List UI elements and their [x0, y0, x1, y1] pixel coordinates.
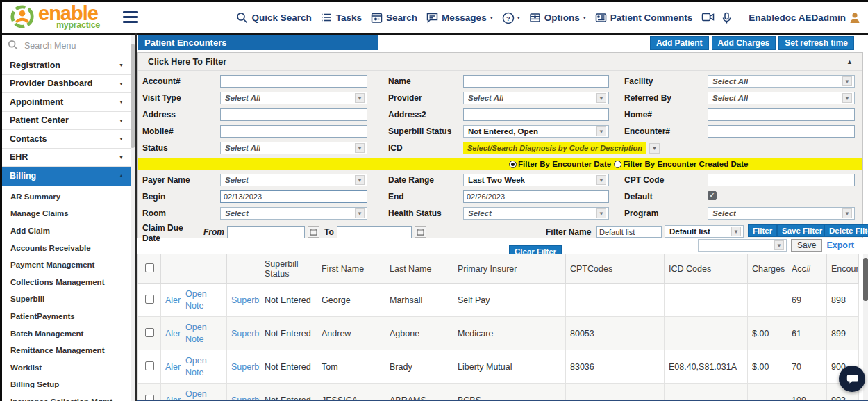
- facility-select[interactable]: Select All▼: [708, 75, 855, 88]
- superbill-link[interactable]: Superbill: [231, 295, 260, 305]
- sidebar-item-patientpayments[interactable]: PatientPayments: [2, 308, 131, 325]
- select-all-checkbox[interactable]: [145, 263, 154, 272]
- address-input[interactable]: [220, 108, 367, 121]
- filter-panel-toggle[interactable]: Click Here To Filter ▲: [138, 53, 862, 71]
- filter-by-encounter-date-radio[interactable]: [509, 161, 517, 168]
- name-input[interactable]: [463, 75, 609, 88]
- begin-date-input[interactable]: [220, 190, 367, 203]
- options-menu[interactable]: Options ▾: [529, 12, 586, 24]
- sidebar-item-provider-dashboard[interactable]: Provider Dashboard▼: [2, 75, 131, 94]
- sidebar-item-worklist[interactable]: Worklist: [2, 359, 131, 376]
- sidebar-item-collections-management[interactable]: Collections Management: [2, 273, 131, 290]
- encounter-cell: 898: [827, 284, 859, 317]
- row-checkbox[interactable]: [145, 328, 154, 337]
- sidebar-item-registration[interactable]: Registration▼: [2, 56, 131, 75]
- chevron-down-icon[interactable]: ▼: [649, 143, 660, 154]
- sidebar-item-add-claim[interactable]: Add Claim: [2, 222, 131, 240]
- set-refresh-time-button[interactable]: Set refresh time: [778, 36, 854, 50]
- payer-name-select[interactable]: Select▼: [220, 174, 367, 186]
- room-select[interactable]: Select▼: [220, 207, 367, 220]
- sidebar-item-payment-management[interactable]: Payment Management: [2, 256, 131, 274]
- sidebar-item-manage-claims[interactable]: Manage Claims: [2, 205, 131, 222]
- provider-select[interactable]: Select All▼: [463, 92, 609, 104]
- row-checkbox[interactable]: [145, 361, 154, 370]
- appointment-search-link[interactable]: Search: [371, 12, 417, 24]
- last-name-header: Last Name: [385, 254, 453, 284]
- export-format-select[interactable]: ▼: [698, 239, 787, 252]
- referred-by-select[interactable]: Select All▼: [708, 92, 855, 104]
- open-note-link[interactable]: Open Note: [185, 322, 207, 343]
- tasks-link[interactable]: Tasks: [321, 12, 362, 24]
- superbill-link[interactable]: Superbill: [231, 362, 260, 372]
- sidebar-scrollbar[interactable]: [131, 33, 135, 401]
- health-status-select[interactable]: Select▼: [463, 207, 609, 220]
- save-button[interactable]: Save: [791, 239, 822, 252]
- chevron-down-icon: ▼: [119, 99, 124, 104]
- account-input[interactable]: [220, 75, 367, 88]
- filter-name-input[interactable]: [596, 226, 662, 238]
- date-range-select[interactable]: Last Two Week▼: [463, 174, 609, 186]
- menu-hamburger-icon[interactable]: [123, 11, 138, 24]
- sidebar-search-input[interactable]: [24, 41, 115, 51]
- alert-link[interactable]: Alert: [165, 295, 181, 305]
- messages-link[interactable]: Messages ▾: [426, 12, 493, 24]
- help-menu[interactable]: ? ▾: [502, 12, 520, 24]
- row-checkbox[interactable]: [145, 295, 154, 304]
- saved-filter-select[interactable]: Default list▼: [665, 225, 744, 238]
- sidebar-item-appointment[interactable]: Appointment▼: [2, 93, 131, 112]
- calendar-icon[interactable]: [415, 226, 426, 238]
- claim-due-to-input[interactable]: [337, 226, 412, 238]
- superbill-link[interactable]: Superbill: [231, 329, 260, 338]
- sidebar-item-ehr[interactable]: EHR▼: [2, 149, 131, 167]
- encounter-input[interactable]: [708, 125, 855, 138]
- add-patient-button[interactable]: Add Patient: [650, 36, 709, 50]
- save-filter-button[interactable]: Save Filter: [777, 224, 827, 237]
- add-charges-button[interactable]: Add Charges: [712, 36, 776, 50]
- program-select[interactable]: Select▼: [708, 207, 855, 220]
- sidebar-item-accounts-receivable[interactable]: Accounts Receivable: [2, 239, 131, 256]
- open-note-link[interactable]: Open Note: [185, 289, 207, 310]
- referred-by-label: Referred By: [609, 93, 708, 103]
- delete-filter-button[interactable]: Delete Filter: [824, 224, 868, 237]
- open-note-link[interactable]: Open Note: [185, 389, 207, 401]
- table-row: Alert Open Note Superbill Not Entered An…: [138, 317, 859, 350]
- filter-by-encounter-created-date-radio[interactable]: [614, 161, 621, 168]
- sidebar-item-ar-summary[interactable]: AR Summary: [2, 188, 131, 206]
- microphone-button[interactable]: [722, 12, 734, 24]
- user-account-menu[interactable]: Enabledoc AEDadmin: [749, 12, 861, 24]
- patient-comments-link[interactable]: Patient Comments: [595, 12, 693, 24]
- status-select[interactable]: Select All▼: [220, 142, 367, 154]
- superbill-link[interactable]: Superbill: [231, 395, 260, 401]
- sidebar-item-insurance-collection-mgmt[interactable]: Insurance Collection Mgmt: [2, 393, 131, 401]
- export-link[interactable]: Export: [826, 240, 854, 250]
- icd-search-field[interactable]: Select/Search Diagnosis by Code or Descr…: [463, 142, 646, 154]
- quick-search-link[interactable]: Quick Search: [236, 12, 311, 24]
- chevron-down-icon: ▼: [731, 227, 741, 236]
- chat-fab-button[interactable]: [839, 366, 865, 392]
- alert-link[interactable]: Alert: [165, 362, 181, 372]
- address2-input[interactable]: [463, 108, 609, 121]
- filter-button[interactable]: Filter: [748, 224, 777, 237]
- sidebar-item-billing-setup[interactable]: Billing Setup: [2, 376, 131, 393]
- cpt-code-input[interactable]: [708, 174, 855, 186]
- home-input[interactable]: [708, 108, 855, 121]
- mobile-input[interactable]: [220, 125, 367, 138]
- sidebar-item-billing[interactable]: Billing▲: [2, 167, 131, 186]
- open-note-link[interactable]: Open Note: [185, 356, 207, 377]
- alert-link[interactable]: Alert: [165, 395, 181, 401]
- alert-link[interactable]: Alert: [165, 329, 181, 338]
- claim-due-from-input[interactable]: [227, 226, 305, 238]
- superbill-status-select[interactable]: Not Entered, Open▼: [463, 125, 609, 138]
- end-date-input[interactable]: [463, 190, 609, 203]
- sidebar-item-superbill[interactable]: Superbill: [2, 290, 131, 308]
- visit-type-select[interactable]: Select All▼: [220, 92, 367, 104]
- sidebar-item-contacts[interactable]: Contacts▼: [2, 130, 131, 149]
- sidebar-item-batch-management[interactable]: Batch Management: [2, 325, 131, 342]
- row-checkbox[interactable]: [145, 395, 154, 401]
- scrollbar-thumb[interactable]: [863, 258, 868, 301]
- video-call-button[interactable]: [701, 12, 713, 24]
- sidebar-item-patient-center[interactable]: Patient Center▼: [2, 112, 131, 131]
- calendar-icon[interactable]: [308, 226, 319, 238]
- default-checkbox[interactable]: [708, 191, 717, 200]
- sidebar-item-remittance-management[interactable]: Remittance Management: [2, 342, 131, 359]
